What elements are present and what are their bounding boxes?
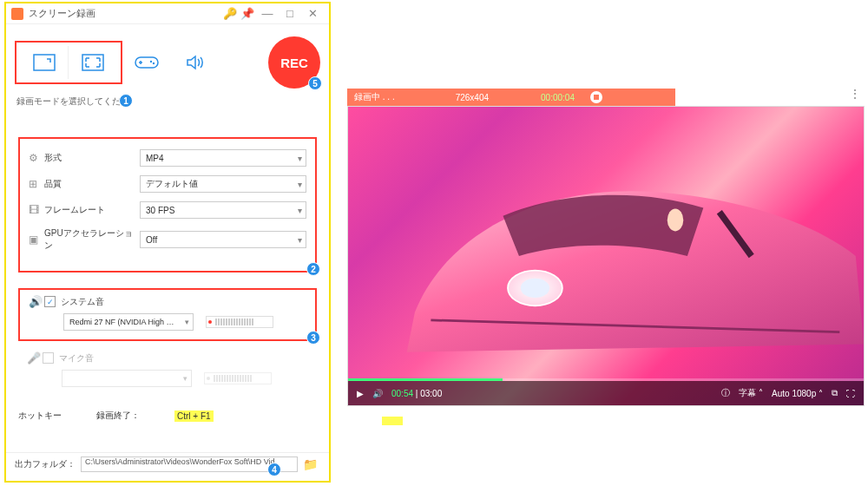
hotkey-row: ホットキー 録画終了： Ctrl + F1: [18, 410, 317, 422]
time-display: 00:54 | 03:00: [391, 389, 442, 398]
output-path-input[interactable]: C:\Users\Administrator\Videos\WonderFox …: [81, 456, 298, 472]
mode-row: REC 5: [6, 24, 329, 95]
mic-section: 🎤 マイク音: [18, 346, 317, 392]
quality-icon: ⊞: [29, 178, 44, 190]
app-title: スクリーン録画: [29, 7, 221, 20]
maximize-button[interactable]: □: [279, 7, 301, 20]
hotkey-stop-label: 録画終了：: [96, 410, 140, 422]
game-mode-button[interactable]: [122, 43, 171, 82]
app-icon: [11, 8, 23, 20]
mode-hint: 録画モードを選択してくださ: [6, 95, 329, 113]
framerate-label: フレームレート: [44, 204, 140, 216]
mic-device-select[interactable]: [62, 370, 192, 387]
key-icon[interactable]: 🔑: [221, 7, 239, 20]
mic-icon: 🎤: [27, 351, 43, 364]
subtitle-button[interactable]: 字幕 ˄: [739, 387, 763, 399]
mic-checkbox[interactable]: [43, 352, 54, 364]
format-label: 形式: [44, 152, 140, 164]
framerate-row: 🎞 フレームレート 30 FPS: [29, 201, 306, 219]
quality-row: ⊞ 品質 デフォルト値: [29, 175, 306, 193]
recording-resolution: 726x404: [456, 93, 489, 102]
film-icon: 🎞: [29, 204, 44, 216]
yellow-marker: [382, 417, 403, 425]
gamepad-icon: [135, 55, 159, 70]
gpu-row: ▣ GPUアクセラレーション Off: [29, 227, 306, 252]
svg-rect-1: [82, 55, 103, 70]
system-audio-label: システム音: [61, 296, 104, 308]
chip-icon: ▣: [29, 233, 44, 246]
system-audio-checkbox[interactable]: ✓: [44, 296, 56, 307]
browse-folder-button[interactable]: 📁: [303, 457, 320, 471]
video-content: [383, 141, 864, 371]
recording-elapsed: 00:00:04: [541, 93, 575, 102]
mode-highlight-box: [15, 41, 122, 84]
badge-2: 2: [306, 262, 320, 276]
record-label: REC: [280, 56, 308, 70]
audio-meter: [206, 316, 273, 328]
info-button[interactable]: ⓘ: [721, 387, 730, 399]
device-row: Redmi 27 NF (NVIDIA High …: [29, 313, 306, 331]
gear-icon: ⚙: [29, 152, 44, 164]
volume-button[interactable]: 🔊: [372, 389, 383, 398]
quality-button[interactable]: Auto 1080p ˄: [772, 389, 823, 398]
format-select[interactable]: MP4: [140, 149, 306, 167]
audio-box: 🔊 ✓ システム音 Redmi 27 NF (NVIDIA High … 3: [18, 288, 317, 341]
region-mode-button[interactable]: [20, 46, 69, 79]
player-controls: ▶ 🔊 00:54 | 03:00 ⓘ 字幕 ˄ Auto 1080p ˄ ⧉ …: [348, 381, 864, 405]
gpu-select[interactable]: Off: [140, 231, 306, 248]
stop-recording-button[interactable]: [590, 91, 602, 103]
fullscreen-mode-button[interactable]: [69, 46, 117, 79]
pip-button[interactable]: ⧉: [832, 388, 838, 398]
settings-box: ⚙ 形式 MP4 ⊞ 品質 デフォルト値 🎞 フレームレート 30 FPS ▣ …: [18, 137, 317, 273]
region-icon: [33, 54, 56, 71]
badge-4: 4: [267, 463, 281, 476]
hotkey-label: ホットキー: [18, 410, 62, 422]
mic-label: マイク音: [59, 352, 94, 364]
output-label: 出力フォルダ：: [15, 458, 76, 470]
svg-rect-2: [135, 57, 158, 68]
recording-overlay-bar: 録画中 . . . 726x404 00:00:04: [347, 89, 675, 106]
record-button[interactable]: REC 5: [268, 36, 320, 89]
recording-status: 録画中 . . .: [354, 91, 395, 103]
pin-icon[interactable]: 📌: [239, 7, 256, 20]
titlebar: スクリーン録画 🔑 📌 — □ ✕: [6, 3, 329, 24]
recorder-window: スクリーン録画 🔑 📌 — □ ✕ REC 5 1 録画モードを選択してくださ: [4, 2, 331, 483]
svg-point-3: [150, 61, 152, 62]
video-player: ▶ 🔊 00:54 | 03:00 ⓘ 字幕 ˄ Auto 1080p ˄ ⧉ …: [347, 106, 865, 406]
fullscreen-icon: [82, 54, 104, 71]
audio-device-select[interactable]: Redmi 27 NF (NVIDIA High …: [63, 313, 194, 331]
speaker-small-icon: 🔊: [29, 295, 44, 308]
badge-5: 5: [308, 76, 322, 90]
hotkey-stop-value: Ctrl + F1: [174, 410, 214, 422]
mic-meter: [204, 372, 272, 384]
minimize-button[interactable]: —: [256, 7, 279, 20]
overlay-handle-icon[interactable]: ⋮: [849, 87, 861, 101]
audio-mode-button[interactable]: [171, 43, 220, 82]
svg-point-4: [153, 62, 155, 64]
quality-label: 品質: [44, 178, 140, 190]
output-row: 出力フォルダ： C:\Users\Administrator\Videos\Wo…: [6, 452, 329, 476]
gpu-label: GPUアクセラレーション: [44, 227, 140, 252]
badge-1: 1: [119, 94, 133, 108]
close-button[interactable]: ✕: [301, 7, 324, 20]
quality-select[interactable]: デフォルト値: [140, 175, 306, 193]
badge-3: 3: [306, 331, 320, 345]
framerate-select[interactable]: 30 FPS: [140, 201, 306, 219]
fullscreen-button[interactable]: ⛶: [846, 389, 855, 398]
system-audio-row: 🔊 ✓ システム音: [29, 295, 306, 308]
format-row: ⚙ 形式 MP4: [29, 149, 306, 167]
svg-point-7: [667, 209, 683, 232]
svg-point-6: [521, 279, 549, 298]
play-button[interactable]: ▶: [357, 389, 364, 398]
svg-rect-0: [34, 55, 55, 70]
speaker-icon: [186, 54, 205, 71]
